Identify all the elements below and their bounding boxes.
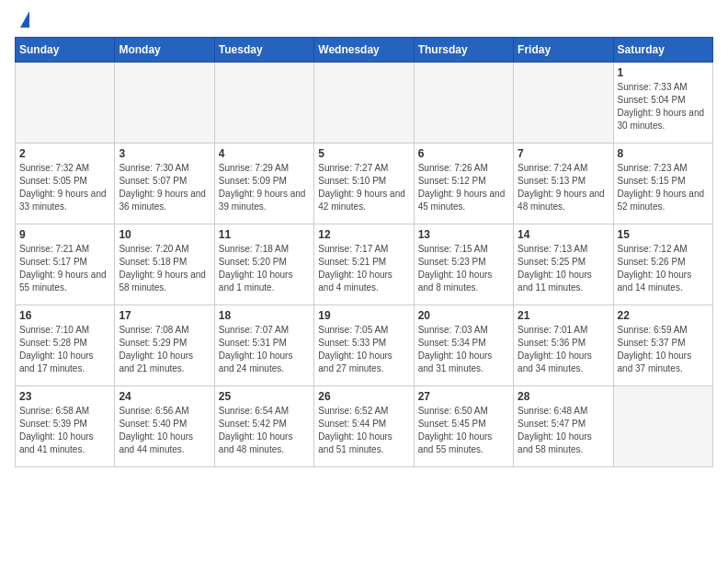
day-info: Sunrise: 6:54 AM Sunset: 5:42 PM Dayligh… (219, 405, 310, 456)
calendar-cell: 9Sunrise: 7:21 AM Sunset: 5:17 PM Daylig… (16, 224, 115, 305)
week-row-3: 9Sunrise: 7:21 AM Sunset: 5:17 PM Daylig… (16, 224, 713, 305)
day-info: Sunrise: 7:10 AM Sunset: 5:28 PM Dayligh… (19, 324, 110, 375)
col-header-monday: Monday (115, 38, 214, 63)
calendar-cell (115, 63, 214, 144)
day-info: Sunrise: 7:05 AM Sunset: 5:33 PM Dayligh… (318, 324, 409, 375)
calendar-cell: 21Sunrise: 7:01 AM Sunset: 5:36 PM Dayli… (514, 305, 613, 386)
day-number: 13 (418, 228, 509, 241)
day-number: 7 (518, 147, 609, 160)
calendar-cell: 11Sunrise: 7:18 AM Sunset: 5:20 PM Dayli… (214, 224, 313, 305)
day-info: Sunrise: 7:07 AM Sunset: 5:31 PM Dayligh… (219, 324, 310, 375)
day-number: 4 (219, 147, 310, 160)
day-info: Sunrise: 7:18 AM Sunset: 5:20 PM Dayligh… (219, 243, 310, 294)
header (15, 15, 713, 28)
day-number: 28 (518, 390, 609, 403)
day-number: 2 (19, 147, 110, 160)
day-number: 26 (318, 390, 409, 403)
day-number: 9 (19, 228, 110, 241)
day-number: 11 (219, 228, 310, 241)
calendar-cell: 22Sunrise: 6:59 AM Sunset: 5:37 PM Dayli… (613, 305, 712, 386)
calendar-cell: 2Sunrise: 7:32 AM Sunset: 5:05 PM Daylig… (16, 144, 115, 224)
day-info: Sunrise: 7:24 AM Sunset: 5:13 PM Dayligh… (518, 162, 609, 213)
col-header-wednesday: Wednesday (314, 38, 414, 63)
logo (15, 15, 29, 28)
calendar-cell: 8Sunrise: 7:23 AM Sunset: 5:15 PM Daylig… (613, 144, 712, 224)
day-info: Sunrise: 6:50 AM Sunset: 5:45 PM Dayligh… (418, 405, 509, 456)
calendar-cell: 14Sunrise: 7:13 AM Sunset: 5:25 PM Dayli… (514, 224, 613, 305)
calendar-cell: 16Sunrise: 7:10 AM Sunset: 5:28 PM Dayli… (16, 305, 115, 386)
day-number: 19 (318, 309, 409, 322)
day-number: 8 (618, 147, 709, 160)
col-header-sunday: Sunday (16, 38, 115, 63)
day-info: Sunrise: 7:17 AM Sunset: 5:21 PM Dayligh… (318, 243, 409, 294)
day-number: 6 (418, 147, 509, 160)
col-header-saturday: Saturday (613, 38, 712, 63)
day-number: 25 (219, 390, 310, 403)
day-number: 1 (618, 66, 709, 79)
day-number: 5 (318, 147, 409, 160)
calendar-cell: 25Sunrise: 6:54 AM Sunset: 5:42 PM Dayli… (214, 386, 313, 467)
week-row-1: 1Sunrise: 7:33 AM Sunset: 5:04 PM Daylig… (16, 63, 713, 144)
calendar-cell (613, 386, 712, 467)
day-info: Sunrise: 6:48 AM Sunset: 5:47 PM Dayligh… (518, 405, 609, 456)
col-header-thursday: Thursday (414, 38, 513, 63)
day-info: Sunrise: 7:21 AM Sunset: 5:17 PM Dayligh… (19, 243, 110, 294)
calendar-cell: 26Sunrise: 6:52 AM Sunset: 5:44 PM Dayli… (314, 386, 414, 467)
calendar-cell: 27Sunrise: 6:50 AM Sunset: 5:45 PM Dayli… (414, 386, 513, 467)
day-info: Sunrise: 7:32 AM Sunset: 5:05 PM Dayligh… (19, 162, 110, 213)
calendar-cell: 24Sunrise: 6:56 AM Sunset: 5:40 PM Dayli… (115, 386, 214, 467)
calendar-cell: 1Sunrise: 7:33 AM Sunset: 5:04 PM Daylig… (613, 63, 712, 144)
day-info: Sunrise: 7:29 AM Sunset: 5:09 PM Dayligh… (219, 162, 310, 213)
day-info: Sunrise: 7:03 AM Sunset: 5:34 PM Dayligh… (418, 324, 509, 375)
day-number: 22 (618, 309, 709, 322)
day-info: Sunrise: 7:15 AM Sunset: 5:23 PM Dayligh… (418, 243, 509, 294)
day-info: Sunrise: 7:23 AM Sunset: 5:15 PM Dayligh… (618, 162, 709, 213)
calendar-cell (16, 63, 115, 144)
day-number: 23 (19, 390, 110, 403)
day-info: Sunrise: 6:59 AM Sunset: 5:37 PM Dayligh… (618, 324, 709, 375)
calendar-cell (314, 63, 414, 144)
col-header-tuesday: Tuesday (214, 38, 313, 63)
week-row-4: 16Sunrise: 7:10 AM Sunset: 5:28 PM Dayli… (16, 305, 713, 386)
day-number: 15 (618, 228, 709, 241)
day-info: Sunrise: 7:30 AM Sunset: 5:07 PM Dayligh… (119, 162, 210, 213)
calendar-cell: 7Sunrise: 7:24 AM Sunset: 5:13 PM Daylig… (514, 144, 613, 224)
day-info: Sunrise: 7:27 AM Sunset: 5:10 PM Dayligh… (318, 162, 409, 213)
week-row-5: 23Sunrise: 6:58 AM Sunset: 5:39 PM Dayli… (16, 386, 713, 467)
col-header-friday: Friday (514, 38, 613, 63)
calendar-cell: 19Sunrise: 7:05 AM Sunset: 5:33 PM Dayli… (314, 305, 414, 386)
day-number: 16 (19, 309, 110, 322)
day-info: Sunrise: 6:58 AM Sunset: 5:39 PM Dayligh… (19, 405, 110, 456)
calendar-cell (414, 63, 513, 144)
day-info: Sunrise: 7:12 AM Sunset: 5:26 PM Dayligh… (618, 243, 709, 294)
day-number: 20 (418, 309, 509, 322)
calendar-cell: 5Sunrise: 7:27 AM Sunset: 5:10 PM Daylig… (314, 144, 414, 224)
calendar-cell: 13Sunrise: 7:15 AM Sunset: 5:23 PM Dayli… (414, 224, 513, 305)
calendar-cell: 23Sunrise: 6:58 AM Sunset: 5:39 PM Dayli… (16, 386, 115, 467)
day-number: 21 (518, 309, 609, 322)
day-info: Sunrise: 7:33 AM Sunset: 5:04 PM Dayligh… (618, 81, 709, 132)
day-number: 3 (119, 147, 210, 160)
calendar-cell (514, 63, 613, 144)
logo-triangle-icon (20, 11, 29, 28)
calendar-table: SundayMondayTuesdayWednesdayThursdayFrid… (15, 37, 713, 467)
calendar-cell: 6Sunrise: 7:26 AM Sunset: 5:12 PM Daylig… (414, 144, 513, 224)
day-info: Sunrise: 7:20 AM Sunset: 5:18 PM Dayligh… (119, 243, 210, 294)
calendar-header-row: SundayMondayTuesdayWednesdayThursdayFrid… (16, 38, 713, 63)
day-number: 24 (119, 390, 210, 403)
day-info: Sunrise: 7:13 AM Sunset: 5:25 PM Dayligh… (518, 243, 609, 294)
day-number: 14 (518, 228, 609, 241)
calendar-cell (214, 63, 313, 144)
calendar-cell: 15Sunrise: 7:12 AM Sunset: 5:26 PM Dayli… (613, 224, 712, 305)
calendar-cell: 20Sunrise: 7:03 AM Sunset: 5:34 PM Dayli… (414, 305, 513, 386)
calendar-cell: 12Sunrise: 7:17 AM Sunset: 5:21 PM Dayli… (314, 224, 414, 305)
week-row-2: 2Sunrise: 7:32 AM Sunset: 5:05 PM Daylig… (16, 144, 713, 224)
calendar-cell: 3Sunrise: 7:30 AM Sunset: 5:07 PM Daylig… (115, 144, 214, 224)
day-number: 17 (119, 309, 210, 322)
day-number: 27 (418, 390, 509, 403)
day-number: 10 (119, 228, 210, 241)
calendar-cell: 17Sunrise: 7:08 AM Sunset: 5:29 PM Dayli… (115, 305, 214, 386)
calendar-cell: 18Sunrise: 7:07 AM Sunset: 5:31 PM Dayli… (214, 305, 313, 386)
day-info: Sunrise: 6:52 AM Sunset: 5:44 PM Dayligh… (318, 405, 409, 456)
day-info: Sunrise: 7:08 AM Sunset: 5:29 PM Dayligh… (119, 324, 210, 375)
